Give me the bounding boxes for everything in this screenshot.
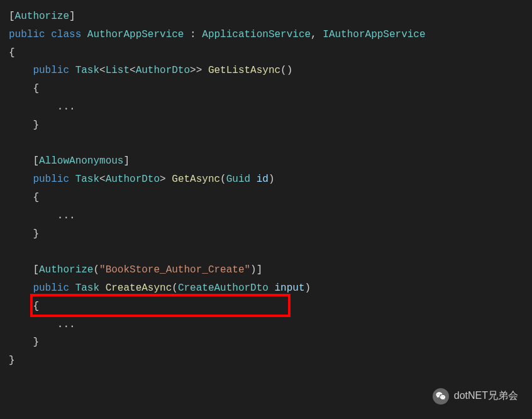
keyword-class: class (51, 29, 81, 40)
param-type: Guid (226, 174, 250, 185)
param-name: id (257, 174, 269, 185)
angle-bracket: >> (190, 65, 202, 76)
keyword-public: public (33, 174, 69, 185)
type-list: List (106, 65, 130, 76)
paren-open: ( (93, 264, 99, 276)
attribute-name: Authorize (15, 11, 69, 22)
ellipsis: ... (57, 101, 75, 113)
param-name: input (275, 282, 305, 294)
brace-open: { (9, 47, 15, 59)
keyword-public: public (33, 282, 69, 294)
angle-bracket: < (99, 174, 106, 185)
method-name: GetListAsync (208, 65, 280, 76)
paren-close: ) (305, 282, 311, 294)
paren-open: ( (172, 282, 178, 294)
ellipsis: ... (57, 319, 75, 330)
bracket-close: ] (257, 264, 263, 276)
attribute-name: Authorize (39, 264, 93, 276)
type-dto: AuthorDto (136, 65, 190, 76)
param-type: CreateAuthorDto (178, 282, 269, 294)
bracket-close: ] (123, 155, 130, 167)
brace-close: } (33, 120, 39, 131)
bracket-open: [ (33, 155, 39, 167)
paren-close: ) (250, 264, 257, 276)
bracket-close: ] (69, 11, 75, 22)
brace-close: } (33, 228, 39, 240)
brace-close: } (33, 337, 39, 348)
colon: : (184, 29, 202, 40)
wechat-icon (433, 388, 449, 405)
angle-bracket: < (130, 65, 136, 76)
brace-open: { (33, 192, 39, 203)
interface-name: IAuthorAppService (323, 29, 425, 40)
comma: , (311, 29, 323, 40)
type-task: Task (75, 65, 99, 76)
string-literal: "BookStore_Author_Create" (99, 264, 250, 276)
type-dto: AuthorDto (106, 174, 160, 185)
angle-bracket: < (99, 65, 106, 76)
ellipsis: ... (57, 210, 75, 221)
type-task: Task (75, 174, 99, 185)
code-block: [Authorize] public class AuthorAppServic… (9, 8, 523, 370)
bracket-open: [ (9, 11, 15, 22)
watermark-text: dotNET兄弟会 (454, 387, 518, 405)
brace-open: { (33, 83, 39, 94)
class-name: AuthorAppService (87, 29, 184, 40)
base-class: ApplicationService (202, 29, 311, 40)
bracket-open: [ (33, 264, 39, 276)
brace-open: { (33, 301, 39, 312)
paren-open: ( (220, 174, 226, 185)
parens: () (280, 65, 292, 76)
type-task: Task (75, 282, 99, 294)
method-name: CreateAsync (106, 282, 172, 294)
keyword-public: public (33, 65, 69, 76)
paren-close: ) (269, 174, 275, 185)
keyword-public: public (9, 29, 45, 40)
watermark: dotNET兄弟会 (433, 387, 518, 405)
brace-close: } (9, 355, 15, 366)
method-name: GetAsync (172, 174, 220, 185)
attribute-name: AllowAnonymous (39, 155, 123, 167)
angle-bracket: > (160, 174, 166, 185)
